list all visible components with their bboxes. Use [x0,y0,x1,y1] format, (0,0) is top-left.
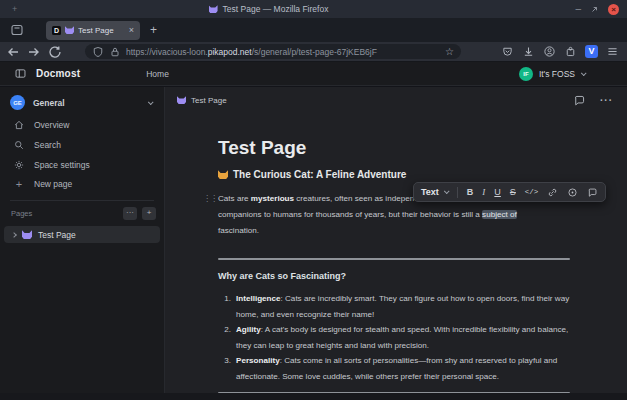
account-menu[interactable]: IF It's FOSS [519,67,585,81]
sidebar-item-search[interactable]: Search [0,135,164,155]
extensions-puzzle-icon[interactable] [564,45,577,58]
space-name: General [33,98,140,108]
menu-hamburger-icon[interactable] [606,45,619,58]
sidebar-item-space-settings[interactable]: Space settings [0,155,164,175]
browser-tab[interactable]: D Test Page × [46,21,140,40]
account-avatar: IF [519,67,533,81]
docmost-header: Docmost Home IF It's FOSS [0,62,627,86]
pages-more-button[interactable]: ··· [123,207,137,220]
navigation-toolbar: https://vivacious-loon.pikapod.net/s/gen… [0,42,627,62]
downloads-icon[interactable] [522,45,535,58]
space-switcher[interactable]: GE General [0,90,164,115]
tab-page-emoji-icon [65,26,74,34]
sidebar-item-new-page[interactable]: + New page [0,175,164,193]
editor-area: Test Page ··· Test Page The Curious Cat:… [165,87,627,393]
page-emoji-icon [22,230,32,239]
desktop-edge [0,393,627,400]
docmost-favicon: D [52,26,61,35]
home-icon [13,119,25,131]
sidebar: GE General Overview Search Spa [0,87,165,393]
code-button[interactable]: </> [525,188,539,196]
pages-label: Pages [11,209,118,218]
home-link[interactable]: Home [146,69,169,79]
color-palette-icon[interactable] [567,187,578,198]
gear-icon [13,159,25,171]
list-item: 3. Personality: Cats come in all sorts o… [218,353,570,384]
horizontal-rule [218,258,570,260]
lock-icon[interactable] [109,46,121,58]
new-tab-button[interactable]: + [150,24,157,36]
space-avatar: GE [10,95,25,110]
brand-docmost[interactable]: Docmost [36,68,80,79]
pages-add-button[interactable]: + [142,207,156,220]
chevron-down-icon [148,99,154,105]
tab-close-icon[interactable]: × [129,26,134,35]
cat-emoji-icon [218,170,228,179]
shield-icon[interactable] [92,46,104,58]
document[interactable]: Test Page The Curious Cat: A Feline Adve… [218,137,570,394]
page-emoji-icon [209,5,218,13]
extension-v-icon[interactable]: V [585,45,598,58]
strikethrough-button[interactable]: S [510,187,516,197]
bold-button[interactable]: B [467,187,474,197]
maximize-button[interactable] [590,5,599,14]
back-button[interactable] [5,44,21,60]
paragraph-line-2: companions to humans for thousands of ye… [218,207,570,223]
minimize-button[interactable]: – [575,4,581,14]
firefox-view-icon[interactable] [10,23,24,37]
text-selection: subject of [482,210,517,219]
plus-icon: + [13,179,25,189]
window-menu-icon[interactable]: + [12,5,17,13]
doc-heading: The Curious Cat: A Feline Adventure [218,168,570,181]
page-header: Test Page ··· [165,87,627,113]
search-icon [13,139,25,151]
close-button[interactable]: × [608,4,619,15]
italic-button[interactable]: I [482,187,485,197]
page-tree-item-test-page[interactable]: Test Page [4,226,160,243]
account-icon[interactable] [543,45,556,58]
page-title[interactable]: Test Page [218,137,570,159]
bubble-toolbar: Text B I U S </> [413,182,606,202]
firefox-window: + Test Page — Mozilla Firefox – × D Test… [0,0,627,400]
chevron-right-icon[interactable] [11,232,17,238]
url-text: https://vivacious-loon.pikapod.net/s/gen… [126,47,440,57]
chevron-down-icon [444,188,450,194]
bookmark-star-icon[interactable]: ☆ [445,47,454,57]
comment-icon[interactable] [587,187,598,198]
pocket-icon[interactable] [501,45,514,58]
toolbar-divider [457,187,458,198]
text-style-dropdown[interactable]: Text [421,187,448,197]
url-bar[interactable]: https://vivacious-loon.pikapod.net/s/gen… [85,44,461,59]
forward-button[interactable] [26,44,42,60]
tab-title: Test Page [78,26,125,35]
drag-handle-icon[interactable]: ⋮⋮ [203,193,217,204]
account-name: It's FOSS [539,69,575,79]
list-item: 2. Agility: A cat's body is designed for… [218,322,570,353]
reload-button[interactable] [47,44,63,60]
breadcrumb[interactable]: Test Page [177,96,227,105]
link-icon[interactable] [547,187,558,198]
window-title: Test Page — Mozilla Firefox [223,4,329,14]
sidebar-toggle-icon[interactable] [14,67,27,80]
tab-bar: D Test Page × + [0,18,627,42]
page-more-button[interactable]: ··· [600,95,613,106]
underline-button[interactable]: U [494,187,501,197]
page-emoji-icon [177,96,186,104]
sidebar-item-overview[interactable]: Overview [0,115,164,135]
doc-subheading: Why are Cats so Fascinating? [218,271,570,281]
paragraph-line-3: fascination. [218,223,570,239]
ordered-list: 1. Intelligence: Cats are incredibly sma… [218,291,570,385]
window-titlebar: + Test Page — Mozilla Firefox – × [0,0,627,18]
comments-icon[interactable] [573,94,586,107]
chevron-down-icon [581,70,587,76]
list-item: 1. Intelligence: Cats are incredibly sma… [218,291,570,322]
pages-section-header: Pages ··· + [0,201,164,224]
